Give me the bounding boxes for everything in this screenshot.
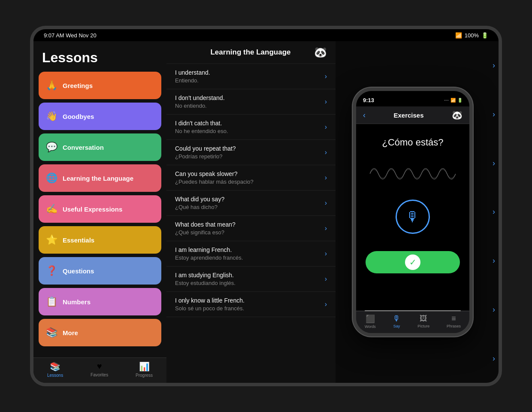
favorites-tab-label: Favorites [91, 373, 108, 377]
phrase-arrow: › [325, 224, 327, 232]
tab-lessons[interactable]: 📚 Lessons [47, 361, 63, 378]
phrase-texts: What does that mean? ¿Qué significa eso? [175, 221, 236, 236]
phrase-item[interactable]: Could you repeat that? ¿Podrías repetirl… [166, 140, 336, 165]
progress-tab-icon: 📊 [139, 361, 150, 372]
phone-container: 9:13 ···· 📶 🔋 ‹ Exercises 🐼 [336, 41, 499, 383]
main-content: Learning the Language 🐼 I understand. En… [166, 41, 336, 383]
phone-phrases-icon: ≡ [451, 314, 456, 323]
lessons-tab-icon: 📚 [50, 361, 60, 372]
phrase-arrow: › [325, 275, 327, 283]
lesson-item-greetings[interactable]: 🙏 Greetings [39, 72, 161, 99]
phrase-arrow: › [325, 199, 327, 207]
lessons-tab-label: Lessons [47, 373, 63, 378]
phrase-item[interactable]: I understand. Entiendo. › [166, 64, 336, 89]
lesson-label-useful: Useful Expressions [63, 206, 122, 213]
lesson-icon-questions: ❓ [45, 265, 57, 276]
phrase-item[interactable]: What does that mean? ¿Qué significa eso?… [166, 216, 336, 241]
phrase-english: What does that mean? [175, 221, 236, 228]
phone-tab-bar: ⬛ Words 🎙 Say 🖼 Picture ≡ [356, 311, 469, 333]
phrase-english: I don't understand. [175, 94, 225, 101]
phrase-english: What did you say? [175, 196, 224, 203]
lesson-label-essentials: Essentials [63, 236, 94, 244]
phone-check-icon: ✓ [405, 254, 420, 270]
favorites-tab-icon: ♥ [97, 361, 102, 371]
phrase-texts: I didn't catch that. No he entendido eso… [175, 120, 228, 134]
phone-nav: ‹ Exercises 🐼 [356, 106, 469, 124]
main-header: Learning the Language 🐼 [166, 41, 336, 64]
phrase-texts: I am studying English. Estoy estudiando … [175, 272, 236, 286]
phrase-texts: I understand. Entiendo. [175, 69, 210, 84]
phrase-english: I am studying English. [175, 272, 236, 279]
lesson-item-questions[interactable]: ❓ Questions [39, 257, 161, 285]
lesson-label-extra: More [63, 329, 78, 336]
phrase-texts: I don't understand. No entiendo. [175, 94, 225, 109]
phone-tab-phrases[interactable]: ≡ Phrases [447, 314, 461, 329]
phone-signal: ···· [444, 98, 449, 103]
phone-picture-icon: 🖼 [420, 314, 427, 323]
tab-progress[interactable]: 📊 Progress [136, 361, 153, 378]
sidebar: Lessons 🙏 Greetings 👋 Goodbyes 💬 Convers… [33, 41, 166, 383]
lesson-label-conversation: Conversation [63, 144, 104, 151]
phrase-item[interactable]: Can you speak slower? ¿Puedes hablar más… [166, 165, 336, 191]
lesson-icon-conversation: 💬 [45, 142, 57, 153]
tablet-status-bar: 9:07 AM Wed Nov 20 📶 100% 🔋 [33, 29, 499, 41]
phone-tab-words[interactable]: ⬛ Words [365, 314, 376, 329]
tablet-tab-bar: 📚 Lessons ♥ Favorites 📊 Progress [33, 357, 166, 383]
phone-battery-icon: 🔋 [457, 98, 462, 103]
lesson-label-questions: Questions [63, 267, 94, 275]
lesson-icon-goodbyes: 👋 [45, 111, 57, 122]
phrase-item[interactable]: I don't understand. No entiendo. › [166, 89, 336, 115]
lesson-label-greetings: Greetings [63, 82, 93, 89]
phrase-item[interactable]: What did you say? ¿Qué has dicho? › [166, 191, 336, 216]
phone-tab-say[interactable]: 🎙 Say [393, 314, 400, 329]
lesson-icon-extra: 📚 [45, 327, 57, 338]
phone-phrases-label: Phrases [447, 324, 461, 328]
main-title: Learning the Language [187, 48, 314, 57]
wifi-icon: 📶 [455, 32, 462, 39]
phone-panda-icon: 🐼 [452, 110, 462, 120]
phone-tab-picture[interactable]: 🖼 Picture [417, 314, 429, 329]
phrase-item[interactable]: I am studying English. Estoy estudiando … [166, 267, 336, 292]
phrase-english: I am learning French. [175, 246, 243, 253]
lesson-item-learning[interactable]: 🌐 Learning the Language [39, 164, 161, 192]
phone-wifi-icon: 📶 [450, 98, 456, 103]
phone-mic-button[interactable]: 🎙 [396, 200, 430, 234]
phrase-spanish: Estoy aprendiendo francés. [175, 254, 243, 261]
lesson-item-extra[interactable]: 📚 More [39, 319, 161, 346]
phrase-spanish: No he entendido eso. [175, 128, 228, 134]
sidebar-title: Lessons [42, 50, 158, 66]
tab-favorites[interactable]: ♥ Favorites [91, 361, 108, 378]
phone-waveform [370, 161, 456, 187]
lesson-icon-numbers: 📋 [45, 296, 57, 307]
phrase-spanish: Solo sé un poco de francés. [175, 305, 245, 312]
phone-frame: 9:13 ···· 📶 🔋 ‹ Exercises 🐼 [353, 88, 473, 336]
phone-picture-label: Picture [417, 324, 429, 328]
lesson-item-conversation[interactable]: 💬 Conversation [39, 133, 161, 161]
phrase-arrow: › [325, 73, 327, 80]
phone-success-button[interactable]: ✓ [366, 251, 460, 273]
lessons-list: 🙏 Greetings 👋 Goodbyes 💬 Conversation 🌐 … [33, 72, 166, 357]
lesson-label-learning: Learning the Language [63, 175, 133, 182]
phrase-arrow: › [325, 174, 327, 182]
lesson-icon-greetings: 🙏 [45, 80, 57, 91]
lesson-item-goodbyes[interactable]: 👋 Goodbyes [39, 103, 161, 130]
phone-nav-title: Exercises [366, 112, 452, 119]
phrase-texts: I only know a little French. Solo sé un … [175, 297, 245, 312]
phrase-arrow: › [325, 148, 327, 156]
phrase-spanish: ¿Podrías repetirlo? [175, 153, 236, 160]
progress-tab-label: Progress [136, 373, 153, 378]
tablet-frame: 9:07 AM Wed Nov 20 📶 100% 🔋 Lessons 🙏 Gr… [30, 26, 502, 386]
phrase-texts: Can you speak slower? ¿Puedes hablar más… [175, 170, 254, 185]
phrase-spanish: Entiendo. [175, 77, 210, 84]
phrase-english: I didn't catch that. [175, 120, 228, 127]
phrase-texts: What did you say? ¿Qué has dicho? [175, 196, 224, 210]
phrase-item[interactable]: I didn't catch that. No he entendido eso… [166, 115, 336, 140]
lesson-item-useful[interactable]: ✍️ Useful Expressions [39, 195, 161, 223]
phrase-item[interactable]: I only know a little French. Solo sé un … [166, 292, 336, 317]
phrase-texts: Could you repeat that? ¿Podrías repetirl… [175, 145, 236, 160]
phrase-item[interactable]: I am learning French. Estoy aprendiendo … [166, 241, 336, 267]
phrase-english: Could you repeat that? [175, 145, 236, 152]
lesson-item-numbers[interactable]: 📋 Numbers [39, 288, 161, 315]
lesson-item-essentials[interactable]: ⭐ Essentials [39, 226, 161, 254]
phrase-spanish: ¿Qué has dicho? [175, 204, 224, 210]
